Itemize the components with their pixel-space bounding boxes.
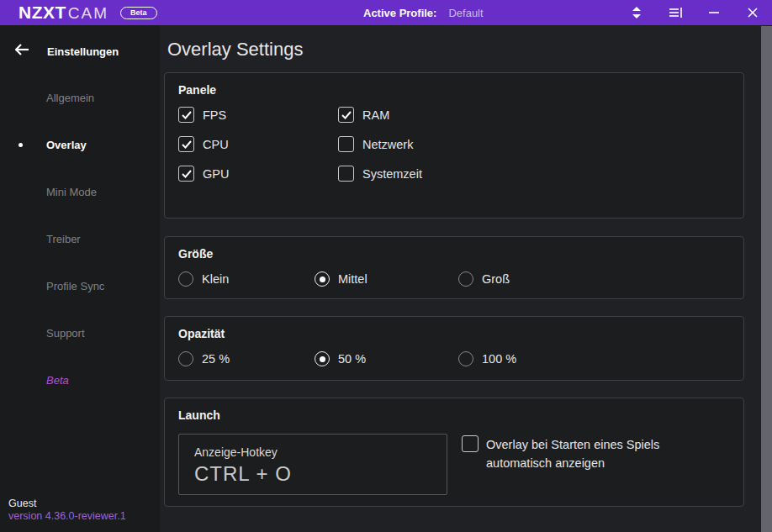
checkbox-icon [178, 166, 194, 182]
sidebar-item-label: Treiber [46, 233, 81, 245]
radio-icon [315, 271, 330, 287]
checkbox-label: FPS [203, 108, 226, 122]
sidebar-item-beta[interactable]: Beta [0, 356, 160, 403]
radio-label: 50 % [338, 352, 366, 366]
sidebar-item-label: Overlay [46, 139, 87, 151]
app-version: version 4.36.0-reviewer.1 [8, 510, 126, 522]
radio-icon [178, 271, 193, 287]
sidebar-item-label: Allgemein [46, 92, 94, 104]
sidebar-item-allgemein[interactable]: Allgemein [0, 74, 160, 121]
radio-icon [315, 351, 330, 366]
sidebar-item-treiber[interactable]: Treiber [0, 215, 160, 262]
checkbox-icon [462, 435, 479, 452]
sidebar-item-label: Beta [46, 374, 69, 387]
radio-label: Groß [482, 272, 510, 286]
logo-cam: CAM [68, 4, 108, 23]
sidebar-footer: Guest version 4.36.0-reviewer.1 [8, 498, 126, 522]
radio-label: Klein [202, 272, 229, 286]
radio-label: Mittel [338, 272, 367, 286]
titlebar-controls [617, 0, 772, 25]
profile-select-arrows-icon[interactable] [617, 0, 656, 25]
app-window: NZXT CAM Beta Active Profile: Default [0, 0, 772, 532]
checkbox-label: CPU [203, 138, 229, 151]
checkbox-label: Systemzeit [362, 167, 422, 181]
radio-100[interactable]: 100 % [458, 351, 516, 366]
checkbox-ram[interactable]: RAM [338, 107, 590, 123]
checkbox-icon [338, 166, 354, 182]
radio-klein[interactable]: Klein [178, 271, 315, 287]
panels-checkbox-grid: FPS RAM CPU Netzwerk GPU [178, 107, 730, 182]
size-section-title: Größe [178, 247, 730, 261]
checkbox-icon [178, 107, 194, 123]
sidebar-item-support[interactable]: Support [0, 309, 160, 356]
sidebar-item-label: Mini Mode [46, 186, 97, 198]
sidebar-item-profile-sync[interactable]: Profile Sync [0, 262, 160, 309]
size-section: Größe Klein Mittel Groß [164, 236, 744, 299]
checkbox-systemzeit[interactable]: Systemzeit [338, 166, 590, 182]
checkbox-label: RAM [362, 108, 389, 122]
checkbox-label: GPU [203, 167, 229, 181]
hotkey-label: Anzeige-Hotkey [194, 445, 447, 459]
opacity-radio-group: 25 % 50 % 100 % [178, 351, 730, 366]
opacity-section-title: Opazität [178, 327, 730, 340]
radio-icon [458, 351, 473, 366]
titlebar: NZXT CAM Beta Active Profile: Default [0, 0, 772, 25]
radio-icon [458, 271, 473, 287]
toggle-panel-icon[interactable] [656, 0, 695, 25]
active-profile-label: Active Profile: [363, 7, 436, 19]
checkbox-gpu[interactable]: GPU [178, 166, 338, 182]
active-profile: Active Profile: Default [363, 0, 484, 25]
sidebar-nav: Allgemein Overlay Mini Mode Treiber Prof… [0, 74, 160, 403]
arrow-left-icon[interactable] [15, 44, 29, 59]
launch-body: Anzeige-Hotkey CTRL + O Overlay bei Star… [178, 434, 730, 495]
radio-icon [178, 351, 193, 366]
vertical-scrollbar[interactable] [760, 25, 772, 532]
radio-50[interactable]: 50 % [315, 351, 458, 366]
logo-nzxt: NZXT [19, 3, 66, 23]
panels-section-title: Panele [178, 83, 730, 97]
settings-sidebar: Einstellungen Allgemein Overlay Mini Mod… [0, 25, 160, 532]
size-radio-group: Klein Mittel Groß [178, 271, 730, 287]
sidebar-title: Einstellungen [47, 45, 119, 58]
checkbox-icon [338, 136, 354, 152]
sidebar-item-overlay[interactable]: Overlay [0, 121, 160, 168]
checkbox-label: Netzwerk [362, 138, 413, 151]
launch-section: Launch Anzeige-Hotkey CTRL + O Overlay b… [164, 398, 744, 507]
checkbox-fps[interactable]: FPS [178, 107, 338, 123]
minimize-icon[interactable] [695, 0, 733, 25]
radio-label: 100 % [482, 352, 516, 366]
panels-section: Panele FPS RAM CPU Netzwerk [164, 72, 744, 219]
beta-badge: Beta [120, 7, 157, 19]
opacity-section: Opazität 25 % 50 % 100 % [164, 316, 744, 381]
checkbox-netzwerk[interactable]: Netzwerk [338, 136, 590, 152]
close-icon[interactable] [733, 0, 772, 25]
sidebar-header: Einstellungen [15, 44, 160, 59]
page-title: Overlay Settings [167, 39, 760, 61]
checkbox-auto-show-overlay[interactable]: Overlay bei Starten eines Spiels automat… [462, 435, 696, 495]
checkbox-label: Overlay bei Starten eines Spiels automat… [486, 435, 696, 472]
nzxt-cam-logo: NZXT CAM [19, 3, 108, 23]
checkbox-icon [178, 136, 194, 152]
hotkey-value: CTRL + O [194, 462, 447, 486]
scrollbar-thumb[interactable] [761, 26, 772, 532]
display-hotkey-field[interactable]: Anzeige-Hotkey CTRL + O [178, 434, 447, 495]
sidebar-item-label: Support [46, 327, 85, 340]
radio-mittel[interactable]: Mittel [315, 271, 458, 287]
checkbox-cpu[interactable]: CPU [178, 136, 338, 152]
launch-section-title: Launch [178, 408, 730, 422]
main-content: Overlay Settings Panele FPS RAM CPU [160, 25, 760, 532]
sidebar-item-label: Profile Sync [46, 280, 104, 292]
user-name: Guest [8, 498, 126, 509]
sidebar-item-mini-mode[interactable]: Mini Mode [0, 168, 160, 215]
active-profile-value[interactable]: Default [448, 7, 483, 19]
radio-gross[interactable]: Groß [458, 271, 510, 287]
checkbox-icon [338, 107, 354, 123]
radio-label: 25 % [202, 352, 230, 366]
radio-25[interactable]: 25 % [178, 351, 315, 366]
